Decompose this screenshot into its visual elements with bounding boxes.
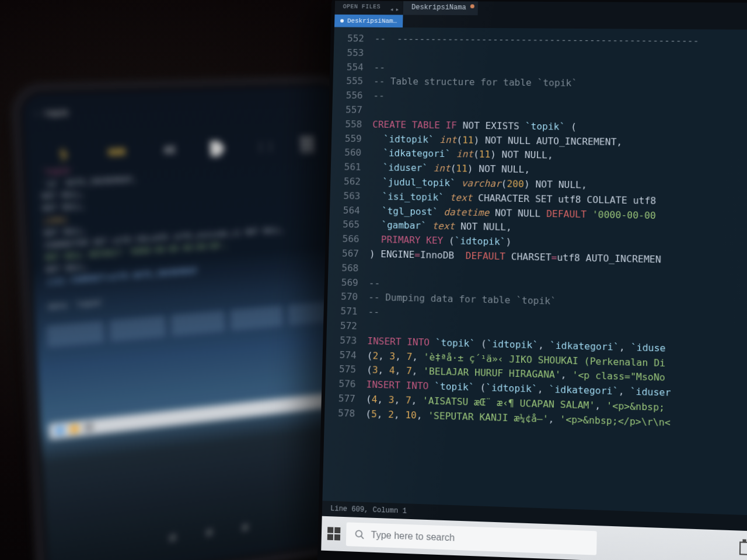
phone-topbar-left: ← topik <box>34 108 68 118</box>
phone-code-preview: `topik``id` AUTO_INCREMENT,NOT NULL,NOT … <box>40 153 336 313</box>
flash-icon[interactable] <box>55 147 72 163</box>
code-content[interactable]: -- -------------------------------------… <box>359 27 747 519</box>
tab-nav-arrows[interactable]: ◂ ▸ <box>386 1 403 15</box>
tabstrip: ◂ ▸ DeskripsiNama <box>386 1 747 18</box>
open-files-label: OPEN FILES <box>335 1 387 15</box>
mini-taskbar-yellow-icon <box>70 424 79 433</box>
code-editor[interactable]: 552 553 554 555 556 557 558 559 560 561 … <box>322 27 747 519</box>
open-file-active[interactable]: DeskripsiNam… <box>334 15 403 27</box>
file-tab[interactable]: DeskripsiNama <box>403 1 478 15</box>
laptop: OPEN FILES ◂ ▸ DeskripsiNama DeskripsiNa… <box>317 0 747 560</box>
mini-taskbar-blue-icon <box>55 426 64 435</box>
smartphone: ← topik HDR AI ⋮⋮ `topik``id` AUTO_INCRE… <box>19 83 362 560</box>
chevron-left-icon[interactable]: ◂ <box>390 5 394 13</box>
tag-icon[interactable] <box>210 141 225 156</box>
svg-line-1 <box>361 536 364 539</box>
modified-dot-icon <box>470 4 474 8</box>
taskbar-pinned-apps: S <box>739 540 747 560</box>
phone-screen: ← topik HDR AI ⋮⋮ `topik``id` AUTO_INCRE… <box>23 86 359 560</box>
taskbar-search[interactable]: Type here to search <box>346 522 597 555</box>
ai-icon[interactable]: AI <box>161 145 179 156</box>
photo-scene: ← topik HDR AI ⋮⋮ `topik``id` AUTO_INCRE… <box>0 0 747 560</box>
phone-body: ← topik HDR AI ⋮⋮ `topik``id` AUTO_INCRE… <box>19 83 362 560</box>
file-tab-label: DeskripsiNama <box>411 4 466 12</box>
laptop-screen: OPEN FILES ◂ ▸ DeskripsiNama DeskripsiNa… <box>321 1 747 560</box>
taskbar-search-placeholder: Type here to search <box>371 530 455 544</box>
hamburger-icon[interactable] <box>300 137 315 152</box>
phone-app-topbar: ← topik <box>23 96 338 124</box>
phone-nav-dots <box>47 500 358 560</box>
status-cursor-position: Line 609, Column 1 <box>330 505 407 516</box>
task-view-icon[interactable] <box>739 540 747 556</box>
start-button[interactable] <box>327 527 341 540</box>
chevron-right-icon[interactable]: ▸ <box>395 5 399 13</box>
search-icon <box>354 529 365 540</box>
hdr-icon[interactable]: HDR <box>104 147 129 159</box>
open-file-label: DeskripsiNam… <box>347 18 397 24</box>
more-icon[interactable]: ⋮⋮ <box>256 140 271 153</box>
mini-taskbar-grey-icon <box>85 423 93 432</box>
